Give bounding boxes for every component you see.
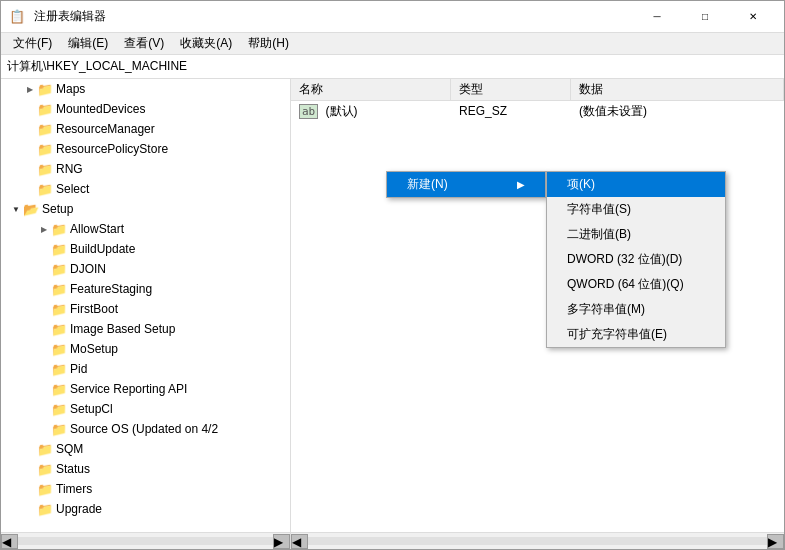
- item-label: MountedDevices: [56, 102, 145, 116]
- folder-icon: 📁: [37, 182, 53, 196]
- menu-file[interactable]: 文件(F): [5, 33, 60, 54]
- tree-item-rng[interactable]: 📁 RNG: [1, 159, 290, 179]
- ctx-item-new[interactable]: 新建(N) ▶: [387, 172, 545, 197]
- item-label: FirstBoot: [70, 302, 118, 316]
- breadcrumb-text: 计算机\HKEY_LOCAL_MACHINE: [7, 58, 187, 75]
- arrow-spacer: [37, 422, 51, 436]
- tree-item-mounteddevices[interactable]: 📁 MountedDevices: [1, 99, 290, 119]
- submenu-item-expandstring[interactable]: 可扩充字符串值(E): [547, 322, 725, 347]
- arrow-spacer: [23, 462, 37, 476]
- close-button[interactable]: ✕: [730, 1, 776, 33]
- scroll-track2[interactable]: [308, 537, 767, 545]
- app-icon: 📋: [9, 10, 25, 24]
- scroll-left-btn[interactable]: ◀: [1, 534, 18, 549]
- folder-icon: 📁: [51, 282, 67, 296]
- title-bar: 📋 注册表编辑器 ─ □ ✕: [1, 1, 784, 33]
- folder-icon: 📁: [37, 102, 53, 116]
- folder-icon: 📁: [51, 222, 67, 236]
- tree-item-resourcepolicystore[interactable]: 📁 ResourcePolicyStore: [1, 139, 290, 159]
- arrow-spacer: [23, 482, 37, 496]
- item-label: SQM: [56, 442, 83, 456]
- menu-edit[interactable]: 编辑(E): [60, 33, 116, 54]
- context-menu: 新建(N) ▶: [386, 171, 546, 198]
- row-name-text: (默认): [326, 104, 358, 118]
- tree-item-timers[interactable]: 📁 Timers: [1, 479, 290, 499]
- tree-item-imagebasedsetup[interactable]: 📁 Image Based Setup: [1, 319, 290, 339]
- col-data-header: 数据: [571, 79, 784, 100]
- folder-icon: 📁: [37, 482, 53, 496]
- scroll-track[interactable]: [18, 537, 273, 545]
- row-type: REG_SZ: [451, 104, 571, 118]
- arrow-spacer: [37, 322, 51, 336]
- title-bar-left: 📋 注册表编辑器: [9, 8, 106, 25]
- submenu-item-string[interactable]: 字符串值(S): [547, 197, 725, 222]
- arrow-icon: ▶: [23, 82, 37, 96]
- menu-favorites[interactable]: 收藏夹(A): [172, 33, 240, 54]
- tree-item-setupcl[interactable]: 📁 SetupCl: [1, 399, 290, 419]
- folder-icon: 📁: [51, 322, 67, 336]
- folder-icon: 📁: [51, 342, 67, 356]
- maximize-button[interactable]: □: [682, 1, 728, 33]
- arrow-spacer: [23, 442, 37, 456]
- scroll-right-btn2[interactable]: ▶: [767, 534, 784, 549]
- tree-item-maps[interactable]: ▶ 📁 Maps: [1, 79, 290, 99]
- tree-item-resourcemanager[interactable]: 📁 ResourceManager: [1, 119, 290, 139]
- right-hscrollbar[interactable]: ◀ ▶: [291, 532, 784, 549]
- tree-item-select[interactable]: 📁 Select: [1, 179, 290, 199]
- minimize-button[interactable]: ─: [634, 1, 680, 33]
- arrow-spacer: [23, 182, 37, 196]
- submenu-item-key[interactable]: 项(K): [547, 172, 725, 197]
- tree-item-status[interactable]: 📁 Status: [1, 459, 290, 479]
- tree-item-setup[interactable]: ▼ 📂 Setup: [1, 199, 290, 219]
- submenu-arrow-icon: ▶: [517, 179, 525, 190]
- tree-item-servicereporting[interactable]: 📁 Service Reporting API: [1, 379, 290, 399]
- tree-item-upgrade[interactable]: 📁 Upgrade: [1, 499, 290, 519]
- submenu-item-dword[interactable]: DWORD (32 位值)(D): [547, 247, 725, 272]
- tree-item-featurestaging[interactable]: 📁 FeatureStaging: [1, 279, 290, 299]
- menu-view[interactable]: 查看(V): [116, 33, 172, 54]
- arrow-icon: ▶: [37, 222, 51, 236]
- tree-item-firstboot[interactable]: 📁 FirstBoot: [1, 299, 290, 319]
- reg-value-icon: ab: [299, 104, 318, 119]
- submenu-item-qword[interactable]: QWORD (64 位值)(Q): [547, 272, 725, 297]
- item-label: Upgrade: [56, 502, 102, 516]
- arrow-spacer: [23, 102, 37, 116]
- tree-item-allowstart[interactable]: ▶ 📁 AllowStart: [1, 219, 290, 239]
- folder-icon: 📁: [37, 442, 53, 456]
- registry-pane: 名称 类型 数据 ab (默认) REG_SZ (数值未设置) 新建(N: [291, 79, 784, 549]
- item-label: Service Reporting API: [70, 382, 187, 396]
- breadcrumb: 计算机\HKEY_LOCAL_MACHINE: [1, 55, 784, 79]
- item-label: Image Based Setup: [70, 322, 175, 336]
- left-hscrollbar[interactable]: ◀ ▶: [1, 532, 290, 549]
- scroll-left-btn2[interactable]: ◀: [291, 534, 308, 549]
- tree-item-pid[interactable]: 📁 Pid: [1, 359, 290, 379]
- row-value: (数值未设置): [571, 103, 784, 120]
- folder-icon: 📁: [37, 162, 53, 176]
- arrow-spacer: [23, 502, 37, 516]
- tree-area[interactable]: ▶ 📁 Maps 📁 MountedDevices 📁 ResourceMana…: [1, 79, 290, 532]
- main-window: 📋 注册表编辑器 ─ □ ✕ 文件(F) 编辑(E) 查看(V) 收藏夹(A) …: [0, 0, 785, 550]
- arrow-spacer: [23, 122, 37, 136]
- folder-icon: 📁: [51, 242, 67, 256]
- tree-item-buildupdate[interactable]: 📁 BuildUpdate: [1, 239, 290, 259]
- table-row[interactable]: ab (默认) REG_SZ (数值未设置): [291, 101, 784, 121]
- submenu-item-binary[interactable]: 二进制值(B): [547, 222, 725, 247]
- arrow-spacer: [37, 342, 51, 356]
- tree-item-mosetup[interactable]: 📁 MoSetup: [1, 339, 290, 359]
- item-label: Status: [56, 462, 90, 476]
- arrow-spacer: [37, 362, 51, 376]
- tree-item-sourceos[interactable]: 📁 Source OS (Updated on 4/2: [1, 419, 290, 439]
- tree-item-sqm[interactable]: 📁 SQM: [1, 439, 290, 459]
- main-content: ▶ 📁 Maps 📁 MountedDevices 📁 ResourceMana…: [1, 79, 784, 549]
- item-label: Setup: [42, 202, 73, 216]
- window-title: 注册表编辑器: [34, 8, 106, 25]
- menu-help[interactable]: 帮助(H): [240, 33, 297, 54]
- item-label: ResourcePolicyStore: [56, 142, 168, 156]
- registry-body[interactable]: ab (默认) REG_SZ (数值未设置) 新建(N) ▶ 项(K): [291, 101, 784, 532]
- scroll-right-btn[interactable]: ▶: [273, 534, 290, 549]
- folder-icon: 📁: [51, 382, 67, 396]
- item-label: Maps: [56, 82, 85, 96]
- tree-pane: ▶ 📁 Maps 📁 MountedDevices 📁 ResourceMana…: [1, 79, 291, 549]
- submenu-item-multistring[interactable]: 多字符串值(M): [547, 297, 725, 322]
- tree-item-djoin[interactable]: 📁 DJOIN: [1, 259, 290, 279]
